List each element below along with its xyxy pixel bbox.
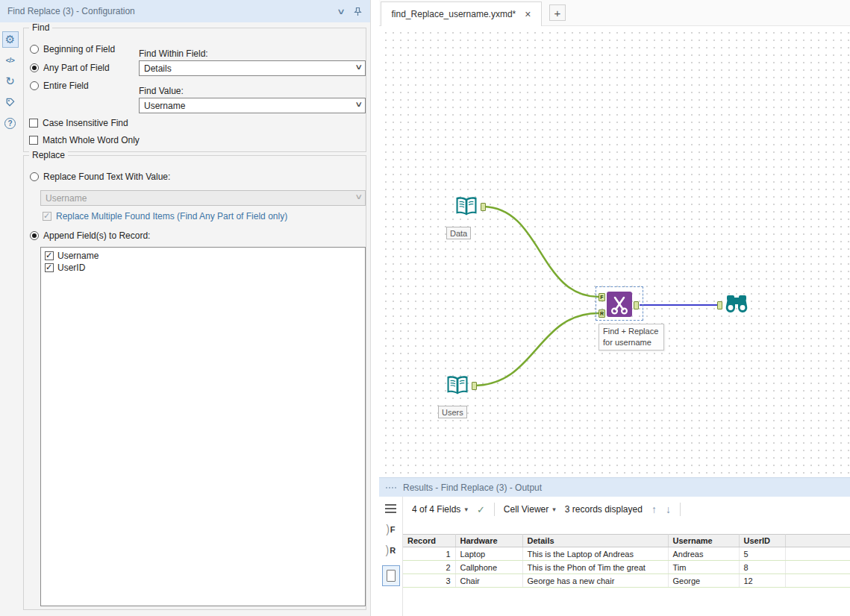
cell-username[interactable]: George [668, 574, 739, 588]
tag-icon [4, 97, 16, 108]
radio-icon [30, 81, 39, 90]
chevron-down-icon[interactable]: ∨ [337, 7, 346, 16]
new-tab-button[interactable]: + [549, 4, 566, 21]
column-header-userid[interactable]: UserID [739, 535, 785, 547]
cell-hardware[interactable]: Chair [455, 574, 522, 588]
cell-hardware[interactable]: Laptop [455, 547, 522, 561]
checkbox-icon[interactable] [45, 263, 54, 272]
radio-label: Entire Field [43, 81, 89, 91]
close-tab-icon[interactable]: × [525, 10, 531, 19]
cell-userid[interactable]: 5 [739, 547, 785, 561]
find-group-label: Find [29, 22, 52, 33]
data-tool-label[interactable]: Data [446, 227, 471, 239]
tag-button[interactable] [2, 94, 19, 110]
table-row[interactable]: 3 Chair George has a new chair George 12 [403, 574, 850, 588]
radio-icon [30, 63, 39, 72]
cell-details[interactable]: George has a new chair [522, 574, 668, 588]
radio-icon [30, 45, 39, 54]
radio-replace-found-text[interactable]: Replace Found Text With Value: [30, 172, 170, 182]
cell-viewer-dropdown[interactable]: Cell Viewer ▾ [504, 504, 556, 515]
users-output-anchor[interactable] [472, 382, 477, 390]
config-panel-title: Find Replace (3) - Configuration [7, 6, 329, 16]
column-header-hardware[interactable]: Hardware [455, 535, 522, 547]
table-row[interactable]: 1 Laptop This is the Laptop of Andreas A… [403, 547, 850, 561]
users-tool-label[interactable]: Users [438, 406, 467, 418]
records-view-button[interactable] [385, 504, 396, 514]
configuration-view-button[interactable]: ⚙ [2, 31, 19, 48]
pin-icon[interactable] [353, 7, 363, 16]
checkbox-icon[interactable] [45, 251, 54, 260]
browse-input-anchor[interactable] [717, 301, 722, 309]
checkbox-match-whole-word[interactable]: Match Whole Word Only [29, 135, 140, 145]
down-arrow-icon[interactable]: ↓ [666, 503, 671, 515]
radio-beginning-of-field[interactable]: Beginning of Field [30, 44, 115, 54]
cell-details[interactable]: This is the Laptop of Andreas [522, 547, 668, 561]
findreplace-input-r-anchor[interactable]: R [599, 309, 605, 318]
column-header-details[interactable]: Details [522, 535, 668, 547]
bracket-icon: ) [386, 522, 389, 536]
input-r-connection-button[interactable]: ) R [386, 544, 396, 556]
column-header-record[interactable]: Record [403, 535, 455, 547]
input-users-tool[interactable] [444, 372, 471, 399]
input-f-connection-button[interactable]: ) F [386, 524, 395, 535]
checkbox-replace-multiple: Replace Multiple Found Items (Find Any P… [43, 211, 287, 221]
data-output-anchor[interactable] [481, 203, 486, 211]
output-connection-button[interactable] [382, 565, 400, 586]
help-button[interactable]: ? [2, 115, 19, 131]
list-item-username[interactable]: Username [41, 250, 365, 262]
browse-tool[interactable] [723, 291, 750, 318]
cell-username[interactable]: Tim [668, 561, 739, 574]
dropdown-value: Username [144, 101, 185, 111]
results-table: Record Hardware Details Username UserID … [403, 534, 850, 588]
table-row[interactable]: 2 Callphone This is the Phon of Tim the … [403, 561, 850, 574]
fields-filter-dropdown[interactable]: 4 of 4 Fields ▾ [412, 504, 468, 515]
checkbox-icon [29, 119, 38, 128]
list-item-userid[interactable]: UserID [41, 262, 365, 274]
append-fields-listbox[interactable]: Username UserID [40, 247, 366, 606]
cell-record[interactable]: 3 [403, 574, 455, 588]
results-body: ) F ) R 4 of 4 Fields ▾ ✓ [379, 497, 850, 616]
workflow-canvas[interactable]: Data F R Find + Replace for username [379, 26, 850, 477]
radio-label: Replace Found Text With Value: [43, 172, 170, 182]
radio-any-part-of-field[interactable]: Any Part of Field [30, 63, 110, 73]
help-icon: ? [4, 118, 16, 129]
list-item-label: Username [57, 251, 99, 261]
code-view-button[interactable]: </> [2, 52, 19, 69]
findreplace-annotation[interactable]: Find + Replace for username [599, 324, 664, 351]
drag-grip-icon[interactable] [385, 486, 397, 489]
checkbox-case-insensitive[interactable]: Case Insensitive Find [29, 118, 128, 128]
replace-group-label: Replace [29, 150, 68, 160]
binoculars-icon [723, 291, 750, 318]
toolbar-separator [494, 503, 495, 516]
column-header-username[interactable]: Username [668, 535, 739, 547]
refresh-icon: ↻ [5, 75, 15, 88]
findreplace-output-anchor[interactable] [634, 301, 639, 309]
radio-entire-field[interactable]: Entire Field [30, 81, 89, 91]
apply-check-icon[interactable]: ✓ [477, 504, 485, 515]
radio-append-fields[interactable]: Append Field(s) to Record: [30, 230, 150, 241]
findreplace-input-f-anchor[interactable]: F [599, 293, 605, 301]
results-panel-header: Results - Find Replace (3) - Output [379, 477, 850, 497]
find-value-dropdown[interactable]: Username ∨ [139, 98, 366, 113]
cell-filler [785, 547, 850, 561]
dropdown-value: Username [46, 193, 87, 204]
cell-details[interactable]: This is the Phon of Tim the great [522, 561, 668, 574]
fields-summary: 4 of 4 Fields [412, 504, 460, 515]
connection-f-label: F [390, 525, 396, 534]
up-arrow-icon[interactable]: ↑ [651, 503, 657, 515]
cell-userid[interactable]: 8 [739, 561, 785, 574]
cell-hardware[interactable]: Callphone [455, 561, 522, 574]
connection-users-to-findreplace[interactable] [475, 313, 599, 386]
find-within-field-dropdown[interactable]: Details ∨ [139, 60, 366, 76]
rows-icon [385, 504, 396, 514]
find-replace-tool[interactable] [606, 291, 633, 318]
cell-username[interactable]: Andreas [668, 547, 739, 561]
cell-record[interactable]: 1 [403, 547, 455, 561]
connection-data-to-findreplace[interactable] [484, 207, 599, 297]
cell-userid[interactable]: 12 [739, 574, 785, 588]
refresh-button[interactable]: ↻ [2, 73, 19, 89]
chevron-down-icon: ∨ [354, 100, 363, 108]
input-data-tool[interactable] [453, 193, 480, 220]
cell-record[interactable]: 2 [403, 561, 455, 574]
workflow-tab[interactable]: find_Replace_username.yxmd* × [381, 1, 542, 26]
